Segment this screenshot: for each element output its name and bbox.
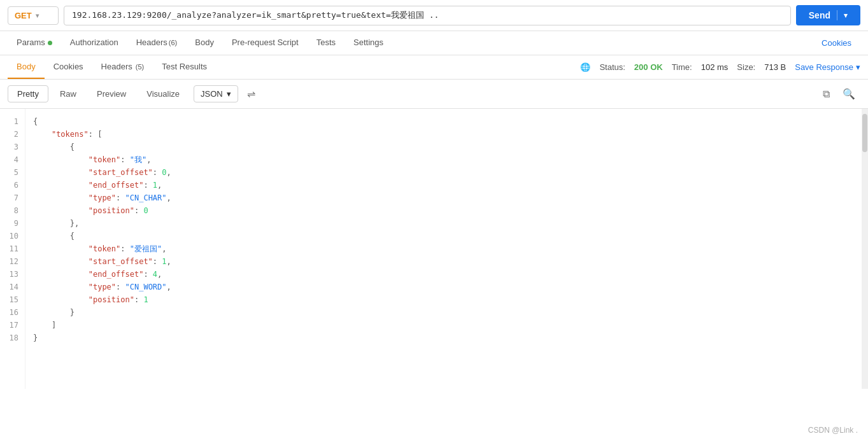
method-select[interactable]: GET ▾	[8, 6, 59, 25]
resp-headers-badge: (5)	[134, 63, 145, 71]
headers-badge: (6)	[169, 39, 177, 46]
request-tabs: Params Authorization Headers (6) Body Pr…	[0, 31, 868, 55]
params-dot	[48, 41, 52, 45]
size-label: Size:	[737, 62, 755, 72]
size-value: 713 B	[764, 62, 786, 72]
resp-tab-test-results-label: Test Results	[162, 62, 207, 71]
copy-icon: ⧉	[823, 88, 830, 99]
tab-pre-request-label: Pre-request Script	[232, 38, 299, 47]
tab-headers[interactable]: Headers (6)	[127, 31, 187, 55]
tab-pre-request[interactable]: Pre-request Script	[223, 31, 308, 55]
response-toolbar: Pretty Raw Preview Visualize JSON ▾ ⇌ ⧉ …	[0, 80, 868, 109]
method-value: GET	[15, 11, 32, 20]
resp-tab-test-results[interactable]: Test Results	[153, 55, 216, 79]
tab-body[interactable]: Body	[186, 31, 223, 55]
scrollbar-thumb[interactable]	[862, 114, 867, 152]
format-chevron-icon: ▾	[227, 89, 231, 99]
tab-settings-label: Settings	[353, 38, 383, 47]
tab-authorization-label: Authorization	[70, 38, 118, 47]
tab-params-label: Params	[17, 38, 45, 47]
search-icon: 🔍	[843, 88, 855, 99]
method-chevron-icon: ▾	[36, 12, 39, 19]
response-tabs: Body Cookies Headers (5) Test Results 🌐 …	[0, 55, 868, 80]
search-button[interactable]: 🔍	[837, 85, 860, 102]
resp-tab-cookies-label: Cookies	[53, 62, 83, 71]
save-response-button[interactable]: Save Response ▾	[795, 62, 860, 72]
tab-body-label: Body	[195, 38, 214, 47]
url-input[interactable]	[64, 6, 791, 25]
time-value: 102 ms	[701, 62, 729, 72]
resp-tab-headers[interactable]: Headers (5)	[92, 55, 153, 79]
raw-button[interactable]: Raw	[51, 86, 85, 102]
cookies-link[interactable]: Cookies	[813, 32, 860, 54]
line-numbers: 1 2 3 4 5 6 7 8 9 10 11 12 13 14 15 16 1…	[0, 109, 25, 389]
preview-button[interactable]: Preview	[88, 86, 135, 102]
tab-authorization[interactable]: Authorization	[61, 31, 127, 55]
resp-tab-body[interactable]: Body	[8, 55, 45, 79]
status-value: 200 OK	[634, 62, 663, 72]
tab-tests-label: Tests	[317, 38, 336, 47]
tab-settings[interactable]: Settings	[345, 31, 392, 55]
top-bar: GET ▾ Send ▾	[0, 0, 868, 31]
tab-params[interactable]: Params	[8, 31, 61, 55]
format-select-label: JSON	[201, 89, 223, 99]
send-chevron-icon: ▾	[837, 11, 848, 20]
wrap-icon: ⇌	[247, 88, 255, 99]
send-label: Send	[809, 10, 837, 20]
copy-button[interactable]: ⧉	[818, 86, 835, 102]
tab-tests[interactable]: Tests	[308, 31, 345, 55]
format-select[interactable]: JSON ▾	[194, 85, 238, 102]
send-button[interactable]: Send ▾	[796, 5, 860, 25]
tab-headers-label: Headers	[136, 38, 167, 47]
time-label: Time:	[672, 62, 692, 72]
vertical-scrollbar[interactable]	[862, 109, 868, 389]
resp-tab-body-label: Body	[17, 62, 36, 71]
json-content: { "tokens": [ { "token": "我", "start_off…	[25, 109, 862, 389]
status-label: Status:	[599, 62, 625, 72]
visualize-button[interactable]: Visualize	[138, 86, 189, 102]
wrap-button[interactable]: ⇌	[241, 85, 262, 103]
save-response-chevron-icon: ▾	[856, 62, 860, 72]
save-response-label: Save Response	[795, 62, 853, 72]
resp-tab-cookies[interactable]: Cookies	[45, 55, 92, 79]
pretty-button[interactable]: Pretty	[8, 85, 48, 102]
response-body: 1 2 3 4 5 6 7 8 9 10 11 12 13 14 15 16 1…	[0, 109, 868, 389]
response-status: 🌐 Status: 200 OK Time: 102 ms Size: 713 …	[580, 62, 860, 72]
globe-icon: 🌐	[580, 62, 590, 72]
resp-tab-headers-label: Headers	[101, 62, 132, 71]
